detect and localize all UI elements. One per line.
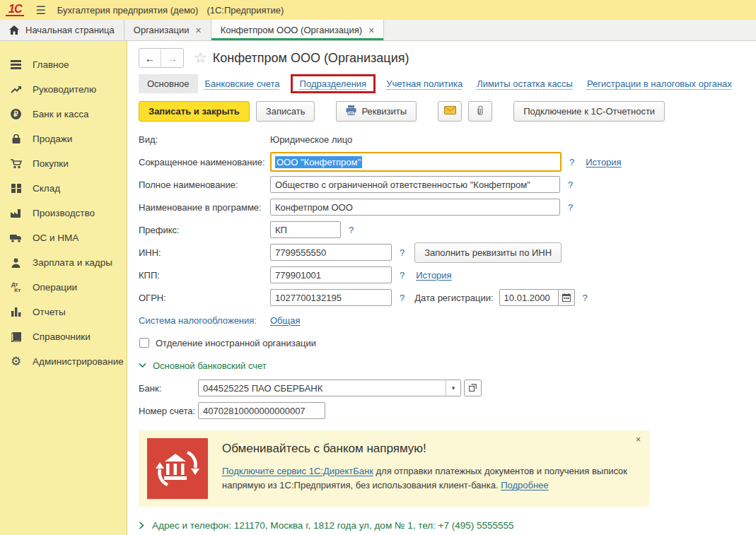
foreign-branch-checkbox[interactable] <box>139 338 149 348</box>
reg-date-input[interactable] <box>499 289 559 306</box>
tab-konfetprom[interactable]: Конфетпром ООО (Организация) × <box>211 20 385 40</box>
mail-button[interactable] <box>438 101 462 122</box>
ogrn-help-icon[interactable]: ? <box>400 293 405 303</box>
section-nav: Основное Банковские счета Подразделения … <box>139 74 756 93</box>
short-name-input[interactable]: ООО "Конфетпром" <box>270 152 562 172</box>
nav-link-main[interactable]: Основное <box>139 74 198 93</box>
sidebar-item-operations[interactable]: Дт Кт Операции <box>0 275 127 300</box>
address-phone-section[interactable]: Адрес и телефон: 121170, Москва г, 1812 … <box>139 515 756 535</box>
dropdown-arrow-icon[interactable]: ▾ <box>446 380 460 396</box>
tab-organizations[interactable]: Организации × <box>124 20 211 40</box>
attachment-button[interactable] <box>468 101 492 122</box>
sidebar-item-purchases[interactable]: Покупки <box>0 151 127 176</box>
field-full-name: Полное наименование: ? <box>139 173 756 196</box>
tab-close-icon[interactable]: × <box>195 25 201 36</box>
sidebar-item-production[interactable]: Производство <box>0 201 127 225</box>
banner-text: Подключите сервис 1С:ДиректБанк для отпр… <box>222 464 629 493</box>
sidebar-item-manager[interactable]: Руководителю <box>0 77 127 102</box>
field-tax-system: Система налогообложения: Общая <box>139 309 756 331</box>
forward-button[interactable]: → <box>161 49 183 67</box>
program-name-help-icon[interactable]: ? <box>568 202 573 213</box>
bank-exchange-icon <box>147 438 208 499</box>
reg-date-help-icon[interactable]: ? <box>583 293 588 303</box>
sidebar-item-fixed-assets[interactable]: ОС и НМА <box>0 225 127 250</box>
nav-link-bank-accounts[interactable]: Банковские счета <box>198 74 287 93</box>
kind-label: Вид: <box>139 134 270 145</box>
save-close-button[interactable]: Записать и закрыть <box>139 101 250 122</box>
factory-icon <box>9 208 23 218</box>
ruble-circle-icon: ₽ <box>9 109 23 119</box>
sidebar-item-label: Руководителю <box>33 84 96 95</box>
nav-link-tax-registrations[interactable]: Регистрации в налоговых органах <box>580 74 739 93</box>
kpp-input[interactable] <box>270 266 392 283</box>
sidebar-item-sales[interactable]: Продажи <box>0 127 127 151</box>
open-bank-button[interactable] <box>464 380 482 396</box>
field-ogrn: ОГРН: ? Дата регистрации: ? <box>139 286 756 309</box>
printer-icon <box>346 105 356 117</box>
sidebar-item-directories[interactable]: Справочники <box>0 324 127 349</box>
sidebar-item-main[interactable]: Главное <box>0 52 127 77</box>
inn-input[interactable] <box>270 244 392 261</box>
sidebar-item-administration[interactable]: ⚙ Администрирование <box>0 349 127 374</box>
app-title: Бухгалтерия предприятия (демо) <box>57 5 199 16</box>
paperclip-icon <box>476 105 484 118</box>
full-name-help-icon[interactable]: ? <box>568 180 573 190</box>
sidebar-item-label: Производство <box>33 208 95 218</box>
directbank-link[interactable]: Подключите сервис 1С:ДиректБанк <box>222 466 373 476</box>
history-nav-buttons: ← → <box>139 48 184 68</box>
1c-logo-icon: 1С <box>6 4 24 16</box>
short-name-history-link[interactable]: История <box>586 157 621 167</box>
kpp-history-link[interactable]: История <box>416 270 451 281</box>
nav-link-accounting-policy[interactable]: Учетная политика <box>379 74 470 93</box>
more-link[interactable]: Подробнее <box>501 480 548 490</box>
app-window: 1С ☰ Бухгалтерия предприятия (демо) (1С:… <box>0 0 756 535</box>
tax-system-link[interactable]: Общая <box>270 315 301 326</box>
kpp-help-icon[interactable]: ? <box>400 270 405 281</box>
nav-link-subdivisions[interactable]: Подразделения <box>298 78 369 89</box>
sidebar-item-label: ОС и НМА <box>33 233 78 243</box>
trend-arrow-icon <box>9 85 23 94</box>
inn-label: ИНН: <box>139 247 270 258</box>
short-name-selected-text: ООО "Конфетпром" <box>275 156 362 168</box>
gear-icon: ⚙ <box>9 355 23 368</box>
favorite-star-icon[interactable]: ☆ <box>194 49 207 66</box>
back-button[interactable]: ← <box>139 49 161 67</box>
bank-combobox[interactable]: 044525225 ПАО СБЕРБАНК ▾ <box>198 380 461 396</box>
nav-link-cash-limits[interactable]: Лимиты остатка кассы <box>470 74 580 93</box>
titlebar: 1С ☰ Бухгалтерия предприятия (демо) (1С:… <box>0 0 756 20</box>
ogrn-input[interactable] <box>270 289 392 306</box>
prefix-help-icon[interactable]: ? <box>349 225 354 235</box>
prefix-input[interactable] <box>270 221 341 238</box>
truck-icon <box>9 234 23 242</box>
bank-section-header[interactable]: Основной банковский счет <box>139 354 756 377</box>
inn-help-icon[interactable]: ? <box>400 247 405 258</box>
field-inn: ИНН: ? Заполнить реквизиты по ИНН <box>139 241 756 264</box>
boxes-grid-icon <box>9 184 23 193</box>
directbank-banner: Обменивайтесь с банком напрямую! Подключ… <box>139 430 649 507</box>
main-menu-icon[interactable]: ☰ <box>28 4 52 17</box>
program-name-input[interactable] <box>270 199 560 216</box>
sidebar-item-salary-hr[interactable]: Зарплата и кадры <box>0 250 127 275</box>
save-button[interactable]: Записать <box>256 101 315 122</box>
field-kind: Вид: Юридическое лицо <box>139 128 756 151</box>
tab-home[interactable]: Начальная страница <box>0 20 124 40</box>
organization-form: Вид: Юридическое лицо Сокращенное наимен… <box>139 128 756 422</box>
account-input[interactable] <box>198 402 325 419</box>
field-kpp: КПП: ? История <box>139 264 756 286</box>
sidebar-item-bank-cash[interactable]: ₽ Банк и касса <box>0 102 127 127</box>
calendar-icon[interactable] <box>559 289 575 306</box>
connect-1c-reporting-button[interactable]: Подключение к 1С-Отчетности <box>513 101 665 122</box>
ogrn-label: ОГРН: <box>139 293 270 303</box>
field-short-name: Сокращенное наименование: ООО "Конфетпро… <box>139 151 756 173</box>
bar-chart-icon <box>9 307 23 317</box>
tab-close-icon[interactable]: × <box>368 25 374 36</box>
tab-bar: Начальная страница Организации × Конфетп… <box>0 20 756 41</box>
banner-close-icon[interactable]: × <box>636 435 641 445</box>
sidebar-item-warehouse[interactable]: Склад <box>0 176 127 201</box>
fill-by-inn-button[interactable]: Заполнить реквизиты по ИНН <box>414 242 562 263</box>
tab-label: Организации <box>134 25 190 35</box>
sidebar-item-reports[interactable]: Отчеты <box>0 300 127 324</box>
requisites-button[interactable]: Реквизиты <box>336 101 417 122</box>
full-name-input[interactable] <box>270 176 560 193</box>
short-name-help-icon[interactable]: ? <box>569 157 574 167</box>
